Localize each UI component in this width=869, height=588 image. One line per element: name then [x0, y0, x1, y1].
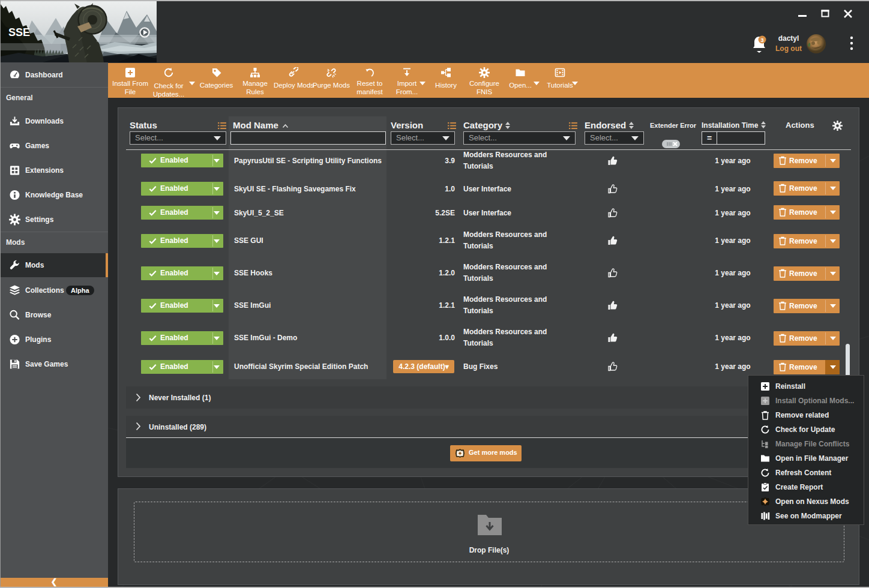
svg-text:SSE: SSE	[8, 26, 30, 38]
svg-text:3: 3	[760, 37, 763, 43]
